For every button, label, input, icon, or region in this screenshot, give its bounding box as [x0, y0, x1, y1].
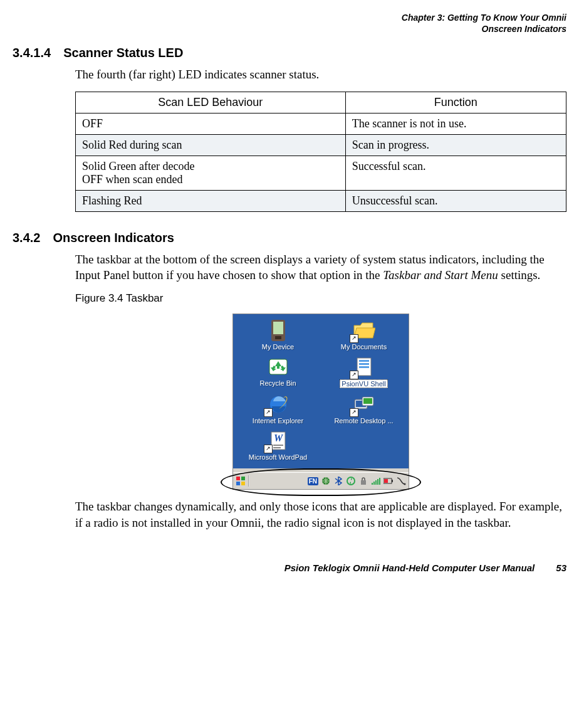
svg-rect-24	[372, 483, 373, 485]
svg-rect-17	[236, 477, 240, 480]
desktop-area: My Device ↗ My Documents Recycle B	[233, 314, 409, 468]
recycle-icon	[268, 357, 289, 376]
sec2-para2: The taskbar changes dynamically, and onl…	[75, 499, 566, 530]
battery-icon[interactable]	[383, 476, 394, 486]
page-header: Chapter 3: Getting To Know Your Omnii On…	[13, 13, 566, 34]
header-section: Onscreen Indicators	[13, 24, 566, 35]
svg-text:W: W	[273, 433, 283, 443]
svg-rect-20	[241, 482, 245, 485]
svg-rect-6	[359, 363, 369, 365]
svg-rect-16	[273, 447, 281, 448]
pda-icon	[270, 320, 286, 341]
svg-rect-26	[375, 480, 377, 485]
sec2-para1: The taskbar at the bottom of the screen …	[75, 251, 566, 283]
icon-label: Internet Explorer	[253, 417, 303, 425]
shortcut-badge-icon: ↗	[350, 334, 358, 343]
svg-rect-7	[359, 366, 369, 368]
svg-rect-28	[379, 478, 380, 485]
icon-label: Microsoft WordPad	[249, 453, 307, 461]
table-cell: OFF	[76, 113, 346, 134]
desktop-icon-recycle-bin[interactable]: Recycle Bin	[237, 356, 319, 388]
desktop-icon-psionvu-shell[interactable]: ↗ PsionVU Shell	[323, 356, 405, 388]
scan-led-table: Scan LED Behaviour Function OFF The scan…	[75, 92, 566, 212]
desktop-icon-internet-explorer[interactable]: ↗ Internet Explorer	[237, 393, 319, 425]
table-cell: Scan in progress.	[345, 134, 566, 156]
desktop-icon-wordpad[interactable]: W ↗ Microsoft WordPad	[237, 430, 319, 461]
heading-3-4-1-4: 3.4.1.4 Scanner Status LED	[13, 46, 566, 60]
svg-rect-31	[384, 479, 388, 483]
desktop-icon-my-documents[interactable]: ↗ My Documents	[323, 319, 405, 351]
table-cell: Flashing Red	[76, 190, 346, 211]
header-chapter: Chapter 3: Getting To Know Your Omnii	[13, 13, 566, 24]
shortcut-badge-icon: ↗	[264, 408, 273, 417]
heading-title: Scanner Status LED	[63, 46, 183, 60]
page-number: 53	[556, 562, 566, 573]
fn-key-indicator-icon: FN	[308, 477, 318, 485]
table-cell: Solid Green after decode OFF when scan e…	[76, 156, 346, 190]
desktop-icon-remote-desktop[interactable]: ↗ Remote Desktop ...	[323, 393, 405, 425]
svg-rect-30	[392, 480, 393, 482]
figure-label: Figure 3.4 Taskbar	[75, 292, 566, 305]
svg-rect-19	[236, 482, 240, 485]
svg-rect-12	[363, 398, 372, 404]
bluetooth-icon[interactable]	[333, 476, 343, 486]
icon-label: Remote Desktop ...	[334, 417, 393, 425]
table-cell: Unsuccessful scan.	[345, 190, 566, 211]
svg-point-32	[404, 483, 406, 485]
start-flag-icon[interactable]	[236, 476, 246, 486]
heading-title: Onscreen Indicators	[53, 231, 174, 245]
svg-rect-15	[273, 445, 283, 446]
heading-number: 3.4.2	[13, 231, 40, 245]
svg-rect-5	[359, 360, 369, 362]
table-cell: The scanner is not in use.	[345, 113, 566, 134]
shortcut-badge-icon: ↗	[350, 371, 358, 379]
footer-title: Psion Teklogix Omnii Hand-Held Computer …	[284, 562, 535, 573]
icon-label: My Device	[262, 343, 294, 351]
table-cell: Solid Red during scan	[76, 134, 346, 156]
signal-bars-icon[interactable]	[371, 476, 381, 486]
globe-icon[interactable]	[321, 476, 331, 486]
sec1-intro: The fourth (far right) LED indicates sca…	[75, 66, 566, 83]
svg-rect-23	[361, 480, 366, 485]
heading-3-4-2: 3.4.2 Onscreen Indicators	[13, 231, 566, 245]
shortcut-badge-icon: ↗	[264, 445, 273, 453]
sync-icon[interactable]	[346, 476, 356, 486]
lock-icon[interactable]	[358, 476, 368, 486]
page-footer: Psion Teklogix Omnii Hand-Held Computer …	[13, 562, 566, 573]
th-behaviour: Scan LED Behaviour	[76, 92, 346, 113]
shortcut-badge-icon: ↗	[350, 408, 358, 417]
svg-rect-25	[373, 482, 375, 485]
icon-label: PsionVU Shell	[340, 379, 387, 388]
figure-3-4: My Device ↗ My Documents Recycle B	[75, 314, 566, 490]
svg-rect-1	[273, 322, 283, 334]
desktop-icon-my-device[interactable]: My Device	[237, 319, 319, 351]
taskbar-divider	[248, 475, 249, 487]
icon-label: Recycle Bin	[259, 379, 296, 387]
icon-label: My Documents	[341, 343, 387, 351]
svg-rect-27	[377, 479, 378, 485]
th-function: Function	[345, 92, 566, 113]
device-screenshot: My Device ↗ My Documents Recycle B	[232, 314, 409, 490]
svg-rect-18	[241, 477, 245, 480]
table-cell: Successful scan.	[345, 156, 566, 190]
svg-rect-2	[275, 336, 281, 339]
heading-number: 3.4.1.4	[13, 46, 51, 60]
input-panel-icon[interactable]	[396, 476, 406, 486]
taskbar[interactable]: FN	[233, 472, 409, 489]
